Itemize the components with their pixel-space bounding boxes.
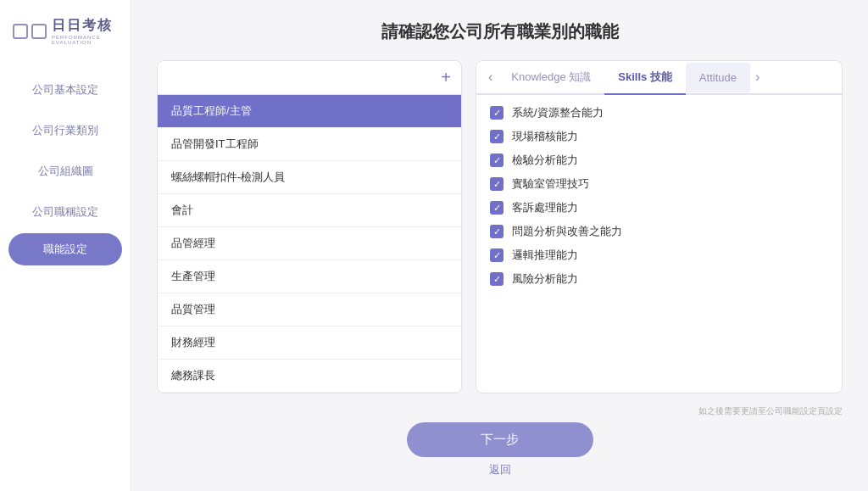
tab-knowledge[interactable]: Knowledge 知識	[498, 61, 604, 93]
tab-skills[interactable]: Skills 技能	[604, 61, 686, 95]
sidebar-item-competency-settings[interactable]: 職能設定	[8, 233, 122, 265]
next-button[interactable]: 下一步	[407, 422, 593, 457]
sidebar-nav: 公司基本設定 公司行業類別 公司組織圖 公司職稱設定 職能設定	[0, 70, 131, 265]
job-list-header: +	[158, 61, 461, 95]
main-content: 請確認您公司所有職業別的職能 + 品質工程師/主管 品管開發IT工程師 螺絲螺帽…	[131, 0, 868, 491]
tab-prev-button[interactable]: ‹	[483, 63, 498, 92]
competency-item-6: 問題分析與改善之能力	[490, 224, 828, 239]
logo-text: 日日考核 PERFORMANCE EVALUATION	[52, 17, 118, 45]
checkbox-5[interactable]	[490, 201, 504, 215]
competency-item-5: 客訴處理能力	[490, 200, 828, 215]
checkbox-6[interactable]	[490, 225, 504, 238]
logo: 日日考核 PERFORMANCE EVALUATION	[0, 17, 131, 45]
job-item-4[interactable]: 會計	[158, 194, 461, 227]
job-list-panel: + 品質工程師/主管 品管開發IT工程師 螺絲螺帽扣件-檢測人員 會計 品管經理	[157, 60, 462, 393]
sidebar-item-company-org[interactable]: 公司組織圖	[0, 152, 131, 191]
content-area: + 品質工程師/主管 品管開發IT工程師 螺絲螺帽扣件-檢測人員 會計 品管經理	[157, 60, 843, 393]
hint-text: 如之後需要更請至公司職能設定頁設定	[698, 405, 843, 417]
job-item-6[interactable]: 生產管理	[158, 260, 461, 293]
job-item-2[interactable]: 品管開發IT工程師	[158, 128, 461, 161]
competency-item-2: 現場稽核能力	[490, 129, 828, 144]
sidebar: 日日考核 PERFORMANCE EVALUATION 公司基本設定 公司行業類…	[0, 0, 131, 491]
sidebar-item-company-positions[interactable]: 公司職稱設定	[0, 192, 131, 232]
competency-item-7: 邏輯推理能力	[490, 248, 828, 263]
checkbox-2[interactable]	[490, 130, 504, 143]
logo-main-text: 日日考核	[52, 17, 118, 35]
tab-next-button[interactable]: ›	[750, 63, 765, 92]
sidebar-item-company-industry[interactable]: 公司行業類別	[0, 111, 131, 150]
checkbox-1[interactable]	[490, 106, 504, 120]
logo-square-2	[31, 24, 47, 39]
back-link[interactable]: 返回	[489, 462, 511, 477]
logo-square-1	[13, 24, 28, 39]
logo-icon	[13, 24, 47, 39]
job-item-3[interactable]: 螺絲螺帽扣件-檢測人員	[158, 161, 461, 194]
job-item-8[interactable]: 財務經理	[158, 326, 461, 360]
competency-item-4: 實驗室管理技巧	[490, 176, 828, 192]
competency-panel: ‹ Knowledge 知識 Skills 技能 Attitude › 系統/資…	[476, 60, 843, 393]
competency-list: 系統/資源整合能力 現場稽核能力 檢驗分析能力 實驗室管理技巧 客訴處理能力	[476, 95, 842, 393]
competency-item-8: 風險分析能力	[490, 271, 828, 287]
page-title: 請確認您公司所有職業別的職能	[157, 20, 843, 43]
job-list: 品質工程師/主管 品管開發IT工程師 螺絲螺帽扣件-檢測人員 會計 品管經理 生…	[158, 95, 461, 393]
checkbox-7[interactable]	[490, 248, 504, 262]
sidebar-item-company-basic[interactable]: 公司基本設定	[0, 70, 131, 109]
job-item-7[interactable]: 品質管理	[158, 293, 461, 326]
checkbox-8[interactable]	[490, 272, 504, 286]
logo-sub-text: PERFORMANCE EVALUATION	[52, 35, 118, 45]
competency-item-3: 檢驗分析能力	[490, 153, 828, 168]
competency-item-1: 系統/資源整合能力	[490, 105, 828, 120]
checkbox-4[interactable]	[490, 177, 504, 191]
tabs-header: ‹ Knowledge 知識 Skills 技能 Attitude ›	[476, 61, 842, 95]
job-item-1[interactable]: 品質工程師/主管	[158, 95, 461, 128]
checkbox-3[interactable]	[490, 153, 504, 167]
job-item-9[interactable]: 總務課長	[158, 360, 461, 393]
job-item-5[interactable]: 品管經理	[158, 227, 461, 260]
tab-attitude[interactable]: Attitude	[686, 63, 750, 92]
footer: 如之後需要更請至公司職能設定頁設定 下一步 返回	[157, 393, 843, 477]
add-job-button[interactable]: +	[441, 68, 451, 87]
